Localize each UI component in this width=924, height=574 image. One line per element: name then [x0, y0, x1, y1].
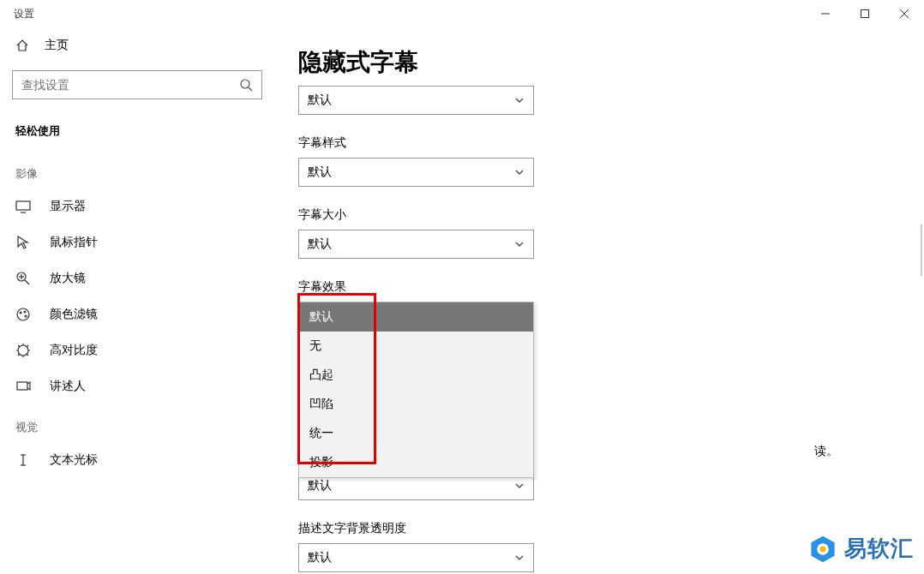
cursor-icon	[15, 235, 31, 250]
search-input-container[interactable]	[12, 70, 262, 99]
obscured-text-fragment: 读。	[814, 444, 838, 459]
svg-line-9	[25, 280, 29, 284]
label-caption-style: 字幕样式	[298, 135, 924, 151]
sidebar-group-title: 轻松使用	[0, 115, 274, 151]
dropdown-value: 默认	[308, 236, 332, 252]
sidebar-item-colorfilter[interactable]: 颜色滤镜	[0, 296, 274, 332]
scrollbar[interactable]	[921, 224, 922, 276]
dropdown-caption-color[interactable]: 默认	[298, 86, 534, 115]
sidebar-item-label: 文本光标	[50, 452, 98, 468]
label-caption-size: 字幕大小	[298, 207, 924, 223]
svg-point-14	[24, 311, 26, 313]
page-title: 隐藏式字幕	[298, 46, 924, 79]
sidebar-item-label: 讲述人	[50, 379, 86, 394]
dropdown-caption-style[interactable]: 默认	[298, 158, 534, 187]
label-caption-effect: 字幕效果	[298, 279, 924, 295]
minimize-button[interactable]	[806, 0, 845, 27]
svg-line-23	[18, 354, 20, 356]
watermark-text: 易软汇	[844, 534, 914, 564]
palette-icon	[15, 307, 31, 322]
svg-line-24	[27, 345, 28, 347]
window-title: 设置	[14, 7, 34, 21]
dropdown-list: 默认 无 凸起 凹陷 统一 投影	[298, 302, 534, 478]
sidebar-item-contrast[interactable]: 高对比度	[0, 332, 274, 368]
content-area: 隐藏式字幕 默认 字幕样式 默认 字幕大小 默认 字幕效果 默认 无 凸起 凹陷…	[274, 27, 924, 574]
chevron-down-icon	[514, 239, 525, 249]
home-link[interactable]: 主页	[0, 27, 274, 63]
sidebar-item-mouse[interactable]: 鼠标指针	[0, 224, 274, 260]
sidebar-item-display[interactable]: 显示器	[0, 188, 274, 224]
dropdown-value: 默认	[308, 478, 332, 493]
chevron-down-icon	[514, 167, 525, 177]
chevron-down-icon	[514, 553, 525, 563]
dropdown-option-default[interactable]: 默认	[299, 302, 533, 332]
chevron-down-icon	[514, 95, 525, 105]
sidebar: 主页 轻松使用 影像 显示器 鼠标指针 放大镜 颜色滤镜 高对比度	[0, 27, 274, 574]
dropdown-value: 默认	[308, 93, 332, 108]
svg-point-15	[25, 315, 27, 317]
dropdown-bg-opacity[interactable]: 默认	[298, 543, 534, 572]
title-bar: 设置	[0, 0, 924, 27]
home-label: 主页	[45, 38, 69, 53]
dropdown-option-depressed[interactable]: 凹陷	[299, 390, 533, 419]
watermark-icon	[808, 535, 837, 564]
window-controls	[806, 0, 924, 27]
svg-line-5	[249, 87, 252, 91]
chevron-down-icon	[514, 481, 525, 491]
sidebar-item-magnifier[interactable]: 放大镜	[0, 260, 274, 296]
contrast-icon	[15, 343, 31, 358]
dropdown-option-raised[interactable]: 凸起	[299, 361, 533, 390]
sidebar-item-narrator[interactable]: 讲述人	[0, 368, 274, 404]
svg-rect-25	[17, 382, 27, 390]
svg-point-4	[241, 80, 249, 88]
maximize-button[interactable]	[845, 0, 885, 27]
svg-point-12	[17, 308, 29, 320]
dropdown-caption-size[interactable]: 默认	[298, 230, 534, 259]
svg-line-22	[27, 354, 28, 356]
sidebar-item-label: 显示器	[50, 199, 86, 214]
search-input[interactable]	[21, 78, 239, 92]
monitor-icon	[15, 199, 31, 214]
dropdown-option-none[interactable]: 无	[299, 332, 533, 361]
sidebar-item-label: 高对比度	[50, 343, 98, 358]
dropdown-option-uniform[interactable]: 统一	[299, 419, 533, 448]
svg-rect-6	[16, 201, 30, 210]
close-button[interactable]	[885, 0, 924, 27]
sidebar-item-textcursor[interactable]: 文本光标	[0, 442, 274, 478]
sidebar-item-label: 放大镜	[50, 271, 86, 286]
sidebar-item-label: 鼠标指针	[50, 235, 98, 250]
sidebar-section-visual: 视觉	[0, 404, 274, 442]
svg-line-21	[18, 345, 20, 347]
home-icon	[15, 39, 29, 52]
svg-point-31	[820, 546, 826, 552]
magnifier-icon	[15, 271, 31, 286]
search-icon	[239, 78, 253, 92]
dropdown-value: 默认	[308, 164, 332, 180]
dropdown-value: 默认	[308, 550, 332, 565]
svg-point-13	[20, 312, 21, 314]
svg-rect-1	[861, 10, 869, 18]
text-cursor-icon	[15, 452, 31, 468]
dropdown-option-dropshadow[interactable]: 投影	[299, 448, 533, 477]
sidebar-item-label: 颜色滤镜	[50, 307, 98, 322]
watermark: 易软汇	[808, 534, 914, 564]
narrator-icon	[15, 379, 31, 394]
sidebar-section-vision: 影像	[0, 151, 274, 188]
